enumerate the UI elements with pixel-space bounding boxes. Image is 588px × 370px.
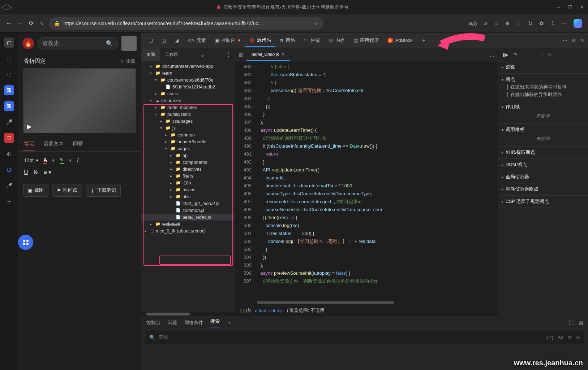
xhr-bp-section[interactable]: ▸XHR/提取断点 [502,149,584,156]
user-avatar[interactable] [121,36,137,51]
font-size-select[interactable]: 12pt ▾ [24,157,38,163]
callstack-section[interactable]: ▾调用堆栈 [502,126,584,134]
step-out-button[interactable]: ↑ [530,52,532,57]
pause-caught-checkbox[interactable]: 在抛出捕获的异常时暂停 [502,91,584,99]
workspace-sidebar-tab[interactable]: 工作区 [160,48,183,61]
inspect-icon[interactable]: ◪ [171,35,183,46]
tree-item[interactable]: ▸📁static [141,90,234,97]
application-tab[interactable]: ▤应用程序 [350,34,382,47]
window-close-button[interactable]: ✕ [579,5,584,10]
rail-new-tab[interactable]: ＋ [4,196,14,206]
copilot-icon[interactable] [574,19,582,28]
qa-tab[interactable]: 问答 [72,137,84,151]
file-tree[interactable]: ▸📁documentserver/web-app▾📁learn▾📁course/… [141,61,235,312]
collections-button[interactable]: ⊕ [505,20,510,27]
breakpoints-section[interactable]: ▾断点 [502,76,584,83]
rail-item-tencent[interactable]: ◐ [4,149,14,159]
devtools-close-icon[interactable]: ✕ [580,38,584,43]
step-over-button[interactable]: ↷ [514,52,518,57]
adblock-tab[interactable]: ✋AdBlock [384,35,416,46]
forward-button[interactable]: → [17,20,23,27]
play-icon[interactable]: ▶ [27,123,31,130]
font-color-icon[interactable]: A [43,157,47,164]
sources-tab[interactable]: 🐞源代码 [245,34,275,47]
rail-item-zhi[interactable]: 知 [4,85,14,95]
chevron-down-icon[interactable]: ⌄ [197,51,209,58]
tree-item[interactable]: ▸📁documentserver/web-app [141,63,234,70]
split-screen-button[interactable]: ◫ [516,20,522,27]
global-listeners-section[interactable]: ▸全局侦听器 [502,173,584,181]
tree-item[interactable]: ▾📁course/mooc/e6d6f70e [141,77,234,83]
drawer-expand-icon[interactable]: ⛶ [569,320,574,326]
rail-item-mic2[interactable]: 🎤 [4,180,14,191]
rail-item-mic[interactable]: 🎤 [4,117,14,127]
history-button[interactable]: ↻ [528,20,533,27]
drawer-issues-tab[interactable]: 问题 [168,319,177,326]
editor-fullscreen-icon[interactable]: ⛶ [486,52,498,57]
refresh-button[interactable]: ⟳ [29,20,34,27]
tree-item[interactable]: ▾📁learn [141,70,234,77]
strikethrough-icon[interactable]: S [34,169,38,176]
italic-icon[interactable]: I [77,157,79,164]
star-icon[interactable]: ☆ [314,21,318,26]
read-aloud-button[interactable]: A [484,20,488,26]
device-toolbar-icon[interactable]: ▢ [145,35,156,46]
dom-bp-section[interactable]: ▸DOM 断点 [502,161,584,169]
window-maximize-button[interactable]: ❐ [568,5,573,10]
scope-section[interactable]: ▾作用域 [502,103,584,111]
back-button[interactable]: ← [6,20,12,27]
clear-search-icon[interactable]: ⊘ [576,335,580,340]
elements-tab[interactable]: </>元素 [184,34,210,47]
drawer-console-tab[interactable]: 控制台 [146,319,160,326]
match-case-toggle[interactable]: Aa [558,335,563,340]
pause-button[interactable]: ▮▶ [502,52,508,57]
rail-item-shield[interactable]: 🛡 [4,133,14,143]
global-search-input[interactable]: 🔍 查找 (.*) Aa ⟳ ⊘ [145,331,584,344]
window-minimize-button[interactable]: ─ [556,5,561,10]
more-tabs-button[interactable]: ＋ [418,34,430,47]
course-search-input[interactable]: 请搜索 🔍 [38,37,118,49]
editor-file-tab[interactable]: detail_video.js ✕ [246,48,290,61]
performance-tab[interactable]: 〰性能 [300,34,324,47]
network-tab[interactable]: ≋网络 [276,34,299,47]
timestamp-button[interactable]: ⚑时间点 [52,184,82,197]
drawer-search-tab[interactable]: 搜索 [210,318,220,327]
rail-tab-active[interactable]: ▢ [4,38,14,48]
home-button[interactable]: ⌂ [39,20,43,27]
extensions-button[interactable]: ✿ [539,20,544,27]
deactivate-bp-button[interactable]: ⊘ [548,52,552,57]
underline-icon[interactable]: U [24,169,28,176]
watch-section[interactable]: ▸监视 [502,64,584,71]
address-bar[interactable]: 🔒 https://ecourse.scu.edu.cn/learn/cours… [49,17,323,30]
video-player[interactable]: ▶ [23,68,136,133]
rail-item-2[interactable]: ◌ [4,69,14,79]
editor-h-scrollbar[interactable] [235,300,498,305]
code-content[interactable]: // } else { this.learnStatus.status = 2;… [255,61,498,300]
refresh-search-icon[interactable]: ⟳ [568,335,572,340]
console-tab[interactable]: ▣控制台 [211,34,244,47]
regex-toggle[interactable]: (.*) [547,335,553,340]
more-menu-button[interactable]: ⋯ [562,20,567,27]
notes-tab[interactable]: 笔记 [23,137,35,151]
download-notes-button[interactable]: ⭳下载笔记 [86,184,121,197]
align-icon[interactable]: ≡ ▾ [43,169,51,176]
rail-item-power[interactable]: ⏻ [4,165,14,175]
sidebar-h-scrollbar[interactable] [141,312,235,316]
drawer-network-tab[interactable]: 网络条件 [184,319,203,326]
favorites-button[interactable]: ☆ [494,20,499,27]
drawer-add-tab[interactable]: ＋ [227,319,232,326]
downloads-button[interactable]: ⇩ [550,20,555,27]
step-button[interactable]: →| [537,52,543,57]
favorite-button[interactable]: ☆ 收藏 [120,58,135,65]
rail-item-1[interactable]: ◌ [4,53,14,64]
editor-nav-icon[interactable]: ▥ [235,52,246,57]
event-listener-bp-section[interactable]: ▸事件侦听器断点 [502,186,584,193]
translate-button[interactable]: aあ [469,20,477,27]
devtools-settings-icon[interactable]: ⋯ [563,38,567,43]
apps-fab-button[interactable] [18,235,33,250]
status-file-link[interactable]: detail_video.js [255,308,283,313]
dock-side-icon[interactable]: ◫ [158,35,169,46]
screenshot-button[interactable]: ▣截图 [23,184,48,197]
tree-item[interactable]: 📄60ddfb9a121f4eadb2 [141,83,234,90]
tree-item[interactable]: ▾☁resources [141,97,234,104]
